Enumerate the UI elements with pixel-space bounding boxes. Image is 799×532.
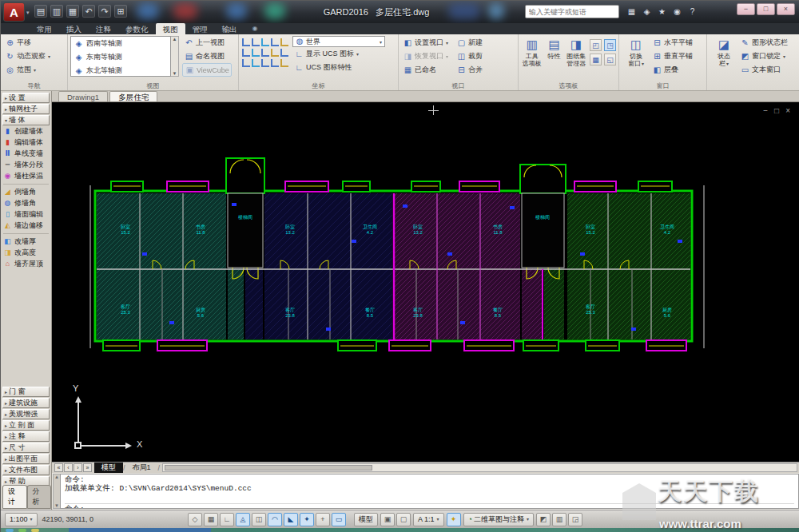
annotation-scale-control[interactable]: A 1:1▾: [413, 513, 444, 526]
show-ucs-icon-button[interactable]: ∟显示 UCS 图标▾: [292, 47, 385, 61]
sidebar-item[interactable]: ◨改高度: [1, 247, 51, 258]
palette-mini-4-icon[interactable]: ◱: [604, 54, 616, 66]
set-viewport-button[interactable]: ◧设置视口▾: [401, 36, 450, 50]
ucs-preset-button[interactable]: [280, 49, 288, 57]
named-viewport-button[interactable]: ▦已命名: [401, 63, 450, 77]
scroll-up-icon[interactable]: ▲: [54, 474, 59, 479]
previous-view-button[interactable]: ↶上一视图: [182, 36, 232, 50]
sidebar-section-header[interactable]: ▸出图平面: [2, 454, 50, 464]
sidebar-section-header[interactable]: ▸美观增强: [2, 409, 50, 419]
last-tab-icon[interactable]: »: [83, 463, 92, 472]
workspace-switcher[interactable]: ◔二维草图与注释▾: [463, 513, 534, 526]
sidebar-section-header[interactable]: ▸尺 寸: [2, 443, 50, 453]
ribbon-tab-视图[interactable]: 视图: [156, 23, 185, 34]
ucs-preset-button[interactable]: [261, 59, 269, 67]
ribbon-tab-注释[interactable]: 注释: [89, 23, 118, 34]
sheet-set-manager-button[interactable]: ◨图纸集管理器: [565, 36, 587, 67]
plot-icon[interactable]: ⊞: [114, 5, 127, 18]
toolbar-lock-icon[interactable]: ◩: [536, 513, 551, 526]
sidebar-section-header[interactable]: ▸文件布图: [2, 465, 50, 475]
ucs-preset-button[interactable]: [271, 59, 279, 67]
help-icon[interactable]: ?: [686, 6, 698, 18]
command-scrollbar[interactable]: ▲▼: [53, 474, 60, 509]
cascade-button[interactable]: ◧层叠: [650, 63, 694, 77]
save-icon[interactable]: ▦: [66, 5, 79, 18]
dyn-toggle[interactable]: ✦: [300, 513, 314, 526]
clip-viewport-button[interactable]: ◫裁剪: [455, 50, 484, 63]
app-logo-icon[interactable]: A: [3, 2, 25, 22]
lwt-toggle[interactable]: +: [316, 513, 330, 526]
orbit-button[interactable]: ↻动态观察▾: [3, 50, 66, 63]
ucs-preset-button[interactable]: [271, 49, 279, 57]
switch-windows-button[interactable]: ◫切换窗口▾: [622, 36, 650, 77]
ucs-preset-button[interactable]: [242, 49, 250, 57]
scroll-down-icon[interactable]: ▼: [173, 71, 177, 76]
palette-mini-1-icon[interactable]: ◰: [590, 39, 602, 51]
doc-close-button[interactable]: ×: [785, 106, 790, 115]
sidebar-item[interactable]: ▯墙面编辑: [1, 208, 51, 220]
sidebar-section-header[interactable]: ▸轴网柱子: [2, 104, 50, 114]
sidebar-item[interactable]: ◍修墙角: [1, 197, 51, 208]
redo-icon[interactable]: ↷: [98, 5, 111, 18]
snap-toggle[interactable]: ◇: [188, 513, 202, 526]
sidebar-tab-分析[interactable]: 分析: [27, 485, 52, 509]
scroll-up-icon[interactable]: ▲: [173, 37, 177, 42]
sidebar-section-header[interactable]: ▾墙 体: [2, 115, 50, 125]
next-tab-icon[interactable]: ›: [74, 463, 82, 472]
close-button[interactable]: ×: [777, 3, 795, 15]
ribbon-tab-管理[interactable]: 管理: [185, 23, 215, 34]
view-list-item[interactable]: ◈东北等轴测: [71, 64, 170, 77]
view-list[interactable]: ◈西南等轴测 ◈东南等轴测 ◈东北等轴测: [70, 36, 171, 77]
ucs-preset-button[interactable]: [261, 49, 269, 57]
ribbon-tab-插入[interactable]: 插入: [59, 23, 89, 34]
sidebar-item[interactable]: Ⅱ单线变墙: [1, 148, 51, 159]
tile-vertical-button[interactable]: ⊞垂直平铺: [650, 50, 694, 63]
sidebar-tab-设计[interactable]: 设计: [2, 485, 27, 509]
minimize-button[interactable]: −: [737, 3, 755, 15]
search-input[interactable]: [526, 8, 618, 16]
sidebar-item[interactable]: ━墙体分段: [1, 159, 51, 170]
sidebar-section-header[interactable]: ▸立 剖 面: [2, 420, 50, 431]
ucs-preset-button[interactable]: [242, 38, 250, 46]
layout-tab-布局1[interactable]: 布局1: [125, 463, 158, 473]
sidebar-item[interactable]: ⌂墙齐屋顶: [1, 258, 51, 269]
ucs-preset-button[interactable]: [242, 59, 250, 67]
qp-toggle[interactable]: ▭: [332, 513, 346, 526]
sidebar-item[interactable]: ▮编辑墙体: [1, 137, 51, 148]
tool-palettes-button[interactable]: ▥工具选项板: [521, 36, 543, 67]
sphere-icon[interactable]: ◉: [671, 6, 683, 18]
undo-icon[interactable]: ↶: [82, 5, 95, 18]
sidebar-item[interactable]: ◧改墙厚: [1, 236, 51, 247]
document-tab[interactable]: 多层住宅: [109, 91, 157, 101]
window-lock-button[interactable]: ◩窗口锁定▾: [738, 50, 789, 63]
ducs-toggle[interactable]: ◣: [284, 513, 298, 526]
help-search-box[interactable]: [525, 5, 619, 18]
grid-toggle[interactable]: ▦: [204, 513, 218, 526]
palette-mini-3-icon[interactable]: ▦: [590, 54, 602, 66]
view-list-item[interactable]: ◈东南等轴测: [71, 50, 170, 64]
view-list-item[interactable]: ◈西南等轴测: [71, 37, 170, 50]
ucs-preset-button[interactable]: [280, 38, 288, 46]
prev-tab-icon[interactable]: ‹: [64, 463, 73, 472]
ucs-preset-button[interactable]: [252, 38, 260, 46]
zoom-extents-button[interactable]: ◎范围▾: [3, 63, 66, 77]
sidebar-item[interactable]: ◢倒墙角: [1, 186, 51, 197]
ribbon-tab-参数化[interactable]: 参数化: [118, 23, 156, 34]
command-history[interactable]: 命令:加载菜单文件: D:\SVN\Gard2014\SYS\menuD.ccc…: [60, 474, 799, 509]
properties-button[interactable]: ▤特性: [543, 36, 566, 67]
layout-tab-模型[interactable]: 模型: [94, 463, 123, 473]
exchange-icon[interactable]: ◈: [641, 6, 653, 18]
otrack-toggle[interactable]: ◠: [268, 513, 282, 526]
ucs-preset-button[interactable]: [271, 38, 279, 46]
new-viewport-button[interactable]: ▢新建: [455, 36, 484, 50]
ortho-toggle[interactable]: ∟: [220, 513, 234, 526]
sidebar-item[interactable]: ◭墙边偏移: [1, 220, 51, 231]
model-space-button[interactable]: 模型: [354, 513, 378, 526]
document-tab[interactable]: Drawing1: [58, 91, 108, 101]
annotation-visibility-icon[interactable]: ✦: [447, 513, 461, 526]
scrollbar-thumb[interactable]: [165, 465, 372, 470]
text-window-button[interactable]: ▭文本窗口: [738, 63, 789, 77]
drawing-status-bar-button[interactable]: ✎图形状态栏: [738, 36, 789, 50]
sidebar-section-header[interactable]: ▸设 置: [2, 93, 50, 103]
ucs-preset-button[interactable]: [252, 49, 260, 57]
